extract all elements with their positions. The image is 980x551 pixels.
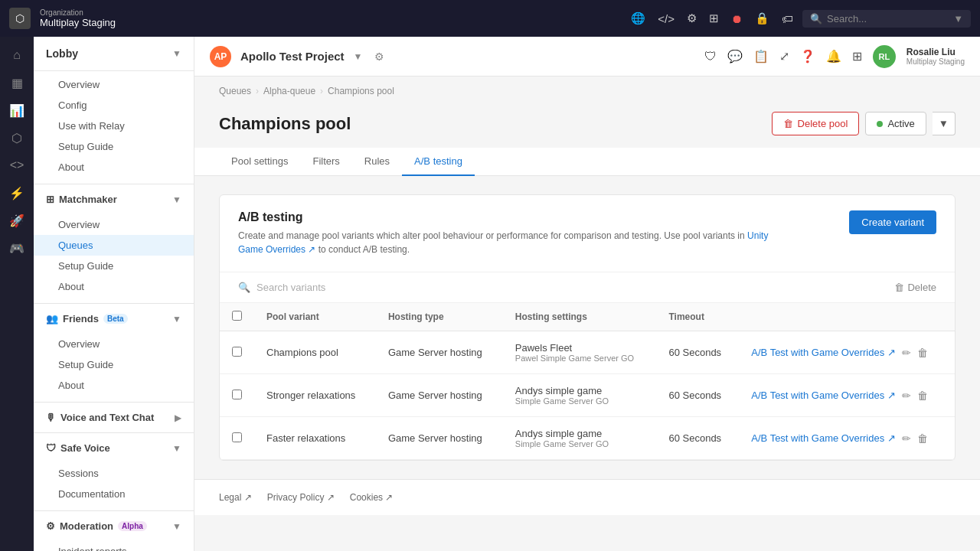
help-icon[interactable]: ❓ xyxy=(800,49,815,64)
row-checkbox-cell-1 xyxy=(220,374,254,417)
code-icon[interactable]: </> xyxy=(658,12,675,25)
select-all-checkbox[interactable] xyxy=(232,311,242,321)
project-chevron-icon[interactable]: ▼ xyxy=(354,51,363,62)
sidebar-item-lobby-setup[interactable]: Setup Guide xyxy=(34,136,194,157)
sidebar-item-sv-sessions[interactable]: Sessions xyxy=(34,463,194,484)
row-hosting-settings-0: Pawels Fleet Pawel Simple Game Server GO xyxy=(503,331,657,374)
table-header-row: Pool variant Hosting type Hosting settin… xyxy=(220,303,955,331)
breadcrumb-queues[interactable]: Queues xyxy=(219,86,251,96)
footer-cookies-link[interactable]: Cookies ↗ xyxy=(350,492,394,503)
friends-section: Overview Setup Guide About xyxy=(34,331,194,399)
row-delete-icon-0[interactable]: 🗑 xyxy=(917,347,928,359)
tab-pool-settings[interactable]: Pool settings xyxy=(219,148,300,176)
voice-section-header[interactable]: 🎙 Voice and Text Chat ▶ xyxy=(34,406,194,429)
moderation-section-header[interactable]: ⚙ Moderation Alpha ▼ xyxy=(34,514,194,538)
row-ab-test-link-0[interactable]: A/B Test with Game Overrides ↗ xyxy=(751,347,896,358)
footer-privacy-link[interactable]: Privacy Policy ↗ xyxy=(267,492,335,503)
bell-icon[interactable]: 🔔 xyxy=(826,49,841,64)
moderation-label: ⚙ Moderation Alpha xyxy=(46,520,147,532)
code2-icon[interactable]: <> xyxy=(5,153,29,178)
layers-icon[interactable]: ⬡ xyxy=(5,126,29,150)
search-dropdown-icon[interactable]: ▼ xyxy=(953,13,963,24)
sidebar-item-mm-overview[interactable]: Overview xyxy=(34,214,194,235)
row-ab-test-link-2[interactable]: A/B Test with Game Overrides ↗ xyxy=(751,432,896,444)
grid-icon[interactable]: ⊞ xyxy=(709,11,719,25)
row-edit-icon-2[interactable]: ✏ xyxy=(902,432,911,445)
row-ab-test-link-1[interactable]: A/B Test with Game Overrides ↗ xyxy=(751,390,896,401)
table-toolbar: 🔍 🗑 Delete xyxy=(220,272,955,302)
shield-icon[interactable]: 🛡 xyxy=(704,50,717,64)
breadcrumb-alpha-queue[interactable]: Alpha-queue xyxy=(263,86,315,96)
project-settings-icon[interactable]: ⚙ xyxy=(374,51,384,63)
active-dropdown-button[interactable]: ▼ xyxy=(933,112,956,135)
tab-filters[interactable]: Filters xyxy=(300,148,351,176)
globe-icon[interactable]: 🌐 xyxy=(631,11,645,25)
home-icon[interactable]: ⌂ xyxy=(5,43,29,67)
tab-ab-testing[interactable]: A/B testing xyxy=(402,148,475,176)
matchmaker-section-header[interactable]: ⊞ Matchmaker ▼ xyxy=(34,187,194,211)
sidebar-item-friends-setup[interactable]: Setup Guide xyxy=(34,354,194,375)
sidebar-item-lobby-about[interactable]: About xyxy=(34,157,194,178)
controller-icon[interactable]: 🎮 xyxy=(5,236,29,260)
tabs: Pool settings Filters Rules A/B testing xyxy=(194,148,980,176)
tag-icon[interactable]: 🏷 xyxy=(782,12,793,25)
row-edit-icon-1[interactable]: ✏ xyxy=(902,390,911,402)
settings-icon[interactable]: ⚙ xyxy=(687,11,697,25)
row-delete-icon-2[interactable]: 🗑 xyxy=(917,432,928,445)
col-hosting-type: Hosting type xyxy=(376,303,503,331)
record-icon[interactable]: ⏺ xyxy=(731,12,743,25)
sidebar-item-sv-docs[interactable]: Documentation xyxy=(34,484,194,504)
footer-legal-link[interactable]: Legal ↗ xyxy=(219,492,252,503)
row-delete-icon-1[interactable]: 🗑 xyxy=(917,390,928,402)
chat-icon[interactable]: 💬 xyxy=(727,49,743,64)
create-variant-button[interactable]: Create variant xyxy=(849,210,936,234)
divider-3 xyxy=(34,402,194,403)
sidebar-item-lobby-config[interactable]: Config xyxy=(34,95,194,116)
sidebar-lobby-header[interactable]: Lobby ▼ xyxy=(34,37,194,71)
app-logo[interactable]: ⬡ xyxy=(9,8,31,29)
sidebar-item-mod-incidents[interactable]: Incident reports xyxy=(34,541,194,551)
expand-icon[interactable]: ⤢ xyxy=(779,49,789,64)
safevoice-section-header[interactable]: 🛡 Safe Voice ▼ xyxy=(34,436,194,460)
user-avatar[interactable]: RL xyxy=(873,45,896,68)
feedback-icon[interactable]: 📋 xyxy=(753,49,769,64)
row-timeout-0: 60 Seconds xyxy=(656,331,739,374)
search-input[interactable] xyxy=(827,13,949,24)
dashboard-icon[interactable]: ▦ xyxy=(5,70,29,95)
col-hosting-settings: Hosting settings xyxy=(503,303,657,331)
search-variants-input[interactable] xyxy=(256,282,410,293)
row-checkbox-0[interactable] xyxy=(232,347,242,357)
rocket-icon[interactable]: 🚀 xyxy=(5,208,29,233)
sidebar-item-friends-about[interactable]: About xyxy=(34,375,194,396)
moderation-chevron-icon: ▼ xyxy=(172,521,181,532)
project-avatar: AP xyxy=(210,46,231,67)
sidebar-item-mm-about[interactable]: About xyxy=(34,276,194,297)
sidebar-item-mm-setup[interactable]: Setup Guide xyxy=(34,256,194,276)
analytics-icon[interactable]: 📊 xyxy=(5,98,29,122)
friends-section-header[interactable]: 👥 Friends Beta ▼ xyxy=(34,307,194,331)
table-row: Faster relaxations Game Server hosting A… xyxy=(220,417,955,460)
search-bar[interactable]: 🔍 ▼ xyxy=(802,10,971,28)
voice-label: 🎙 Voice and Text Chat xyxy=(46,412,154,423)
safevoice-icon: 🛡 xyxy=(46,442,56,454)
sidebar-item-lobby-relay[interactable]: Use with Relay xyxy=(34,116,194,136)
row-checkbox-1[interactable] xyxy=(232,390,242,399)
ab-section: A/B testing Create and manage pool varia… xyxy=(194,176,980,479)
friends-chevron-icon: ▼ xyxy=(172,314,181,324)
breadcrumb-current: Champions pool xyxy=(328,86,394,96)
row-edit-icon-0[interactable]: ✏ xyxy=(902,347,911,359)
breadcrumb: Queues › Alpha-queue › Champions pool xyxy=(194,77,980,106)
select-all-cell xyxy=(220,303,254,331)
lock-icon[interactable]: 🔒 xyxy=(755,11,769,25)
sidebar-item-mm-queues[interactable]: Queues xyxy=(34,235,194,256)
delete-pool-button[interactable]: 🗑 Delete pool xyxy=(772,112,860,135)
tab-rules[interactable]: Rules xyxy=(352,148,402,176)
lightning-icon[interactable]: ⚡ xyxy=(5,181,29,205)
delete-variants-button[interactable]: 🗑 Delete xyxy=(894,282,936,293)
sidebar-item-lobby-overview[interactable]: Overview xyxy=(34,74,194,95)
row-checkbox-2[interactable] xyxy=(232,432,242,442)
apps-icon[interactable]: ⊞ xyxy=(852,49,862,64)
sidebar-item-friends-overview[interactable]: Overview xyxy=(34,334,194,354)
active-button[interactable]: Active xyxy=(865,112,926,135)
matchmaker-icon: ⊞ xyxy=(46,194,54,205)
